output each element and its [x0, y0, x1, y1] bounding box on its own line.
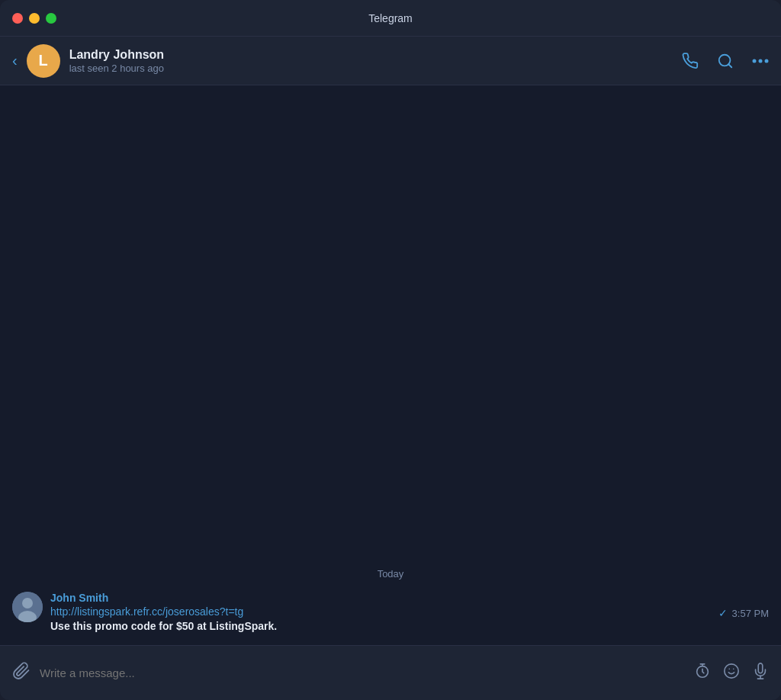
- back-button[interactable]: ‹: [12, 52, 18, 69]
- message-link[interactable]: http://listingspark.refr.cc/joserosales?…: [50, 605, 711, 618]
- read-check-icon: ✓: [718, 607, 728, 619]
- svg-point-2: [753, 59, 757, 63]
- svg-point-3: [759, 59, 763, 63]
- svg-point-9: [725, 664, 738, 678]
- message-text: Use this promo code for $50 at ListingSp…: [50, 620, 277, 632]
- svg-line-1: [728, 64, 731, 67]
- chat-area: Today John Smith http://listingspark.ref…: [0, 85, 781, 645]
- message-sender: John Smith: [50, 592, 711, 604]
- input-right-actions: [694, 663, 769, 683]
- messages-container: John Smith http://listingspark.refr.cc/j…: [0, 592, 781, 633]
- more-options-button[interactable]: [752, 59, 769, 63]
- message-input[interactable]: [40, 666, 685, 679]
- search-button[interactable]: [717, 53, 734, 69]
- mic-button[interactable]: [752, 663, 769, 683]
- message-content: John Smith http://listingspark.refr.cc/j…: [50, 592, 711, 633]
- input-area: [0, 645, 781, 700]
- avatar: [12, 592, 43, 622]
- avatar: L: [27, 44, 60, 78]
- app-title: Telegram: [368, 12, 413, 24]
- contact-info: Landry Johnson last seen 2 hours ago: [69, 48, 682, 74]
- header-actions: [682, 53, 769, 69]
- date-divider: Today: [0, 568, 781, 580]
- phone-button[interactable]: [682, 53, 699, 69]
- message-meta: ✓ 3:57 PM: [718, 592, 769, 619]
- emoji-button[interactable]: [723, 663, 740, 683]
- minimize-button[interactable]: [29, 13, 40, 24]
- table-row: John Smith http://listingspark.refr.cc/j…: [12, 592, 769, 633]
- attach-button[interactable]: [12, 662, 31, 685]
- title-bar: Telegram: [0, 0, 781, 37]
- close-button[interactable]: [12, 13, 23, 24]
- chat-header: ‹ L Landry Johnson last seen 2 hours ago: [0, 37, 781, 85]
- svg-point-6: [22, 598, 33, 608]
- message-time: 3:57 PM: [732, 608, 769, 619]
- contact-status: last seen 2 hours ago: [69, 63, 682, 74]
- timer-button[interactable]: [694, 663, 711, 683]
- contact-name: Landry Johnson: [69, 48, 682, 62]
- window-controls: [12, 13, 56, 24]
- maximize-button[interactable]: [46, 13, 56, 24]
- svg-point-4: [765, 59, 769, 63]
